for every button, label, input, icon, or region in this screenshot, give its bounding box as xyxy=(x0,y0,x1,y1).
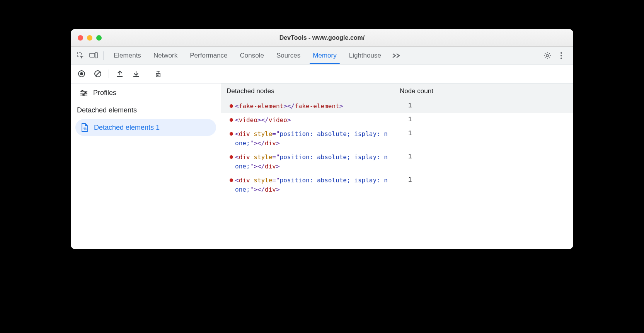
separator xyxy=(103,51,104,60)
devtools-window: DevTools - www.google.com/ ElementsNetwo… xyxy=(71,29,573,249)
settings-icon[interactable] xyxy=(542,50,553,61)
cell-node-count: 1 xyxy=(394,150,573,173)
sliders-icon xyxy=(80,90,88,97)
column-header-detached-nodes[interactable]: Detached nodes xyxy=(221,83,394,99)
record-icon[interactable] xyxy=(75,68,88,80)
cell-node-count: 1 xyxy=(394,127,573,150)
column-header-node-count[interactable]: Node count xyxy=(394,83,573,99)
cell-detached-node: <div style="position: absolute; isplay: … xyxy=(221,150,394,173)
main-toolbar-blank xyxy=(221,65,573,83)
svg-point-15 xyxy=(85,92,86,94)
table-row[interactable]: <div style="position: absolute; isplay: … xyxy=(221,150,573,173)
bullet-icon xyxy=(230,132,233,136)
svg-point-5 xyxy=(561,55,562,56)
tabbar: ElementsNetworkPerformanceConsoleSources… xyxy=(71,47,573,65)
cell-node-count: 1 xyxy=(394,173,573,197)
inspect-element-icon[interactable] xyxy=(75,50,86,61)
download-icon[interactable] xyxy=(130,68,142,80)
svg-point-13 xyxy=(82,90,83,92)
svg-point-17 xyxy=(83,94,84,96)
more-options-icon[interactable] xyxy=(555,50,567,61)
cell-node-count: 1 xyxy=(394,113,573,127)
table-row[interactable]: <div style="position: absolute; isplay: … xyxy=(221,127,573,150)
tab-network[interactable]: Network xyxy=(147,47,184,64)
sidebar: Profiles Detached elements % Detached el… xyxy=(71,65,221,249)
svg-point-8 xyxy=(80,72,83,75)
tab-memory[interactable]: Memory xyxy=(307,47,342,64)
close-window-button[interactable] xyxy=(78,35,83,41)
window-title: DevTools - www.google.com/ xyxy=(71,34,573,41)
svg-text:%: % xyxy=(83,127,87,131)
svg-rect-11 xyxy=(156,73,160,77)
cell-detached-node: <video></video> xyxy=(221,113,394,127)
main-panel: Detached nodes Node count <fake-element>… xyxy=(221,65,573,249)
collect-garbage-icon[interactable] xyxy=(152,68,164,80)
traffic-lights xyxy=(71,35,102,41)
more-tabs-button[interactable] xyxy=(389,53,404,59)
separator xyxy=(147,70,147,78)
svg-rect-2 xyxy=(95,53,97,58)
detached-elements-section-title: Detached elements xyxy=(71,102,221,117)
tab-elements[interactable]: Elements xyxy=(107,47,147,64)
profiles-label: Profiles xyxy=(93,89,116,97)
profiles-header: Profiles xyxy=(71,83,221,102)
cell-node-count: 1 xyxy=(394,99,573,113)
tab-console[interactable]: Console xyxy=(234,47,270,64)
clear-icon[interactable] xyxy=(92,68,104,80)
bullet-icon xyxy=(230,104,233,108)
maximize-window-button[interactable] xyxy=(96,35,102,41)
svg-line-10 xyxy=(96,72,100,76)
table-row[interactable]: <div style="position: absolute; isplay: … xyxy=(221,173,573,197)
bullet-icon xyxy=(230,178,233,182)
cell-detached-node: <div style="position: absolute; isplay: … xyxy=(221,173,394,197)
profile-item-detached-elements-1[interactable]: % Detached elements 1 xyxy=(75,119,216,136)
table-header: Detached nodes Node count xyxy=(221,83,573,99)
table-row[interactable]: <video></video>1 xyxy=(221,113,573,127)
body: Profiles Detached elements % Detached el… xyxy=(71,65,573,249)
table-body: <fake-element></fake-element>1<video></v… xyxy=(221,99,573,249)
document-icon: % xyxy=(81,123,89,132)
minimize-window-button[interactable] xyxy=(87,35,92,41)
svg-rect-1 xyxy=(90,53,95,57)
tab-lighthouse[interactable]: Lighthouse xyxy=(343,47,387,64)
svg-point-6 xyxy=(561,58,562,59)
cell-detached-node: <div style="position: absolute; isplay: … xyxy=(221,127,394,150)
sidebar-toolbar xyxy=(71,65,221,83)
table-row[interactable]: <fake-element></fake-element>1 xyxy=(221,99,573,113)
cell-detached-node: <fake-element></fake-element> xyxy=(221,99,394,113)
svg-point-4 xyxy=(561,52,562,54)
svg-point-3 xyxy=(546,54,549,57)
profile-item-label: Detached elements 1 xyxy=(94,124,160,132)
upload-icon[interactable] xyxy=(114,68,126,80)
bullet-icon xyxy=(230,118,233,122)
device-toolbar-icon[interactable] xyxy=(88,50,99,61)
titlebar: DevTools - www.google.com/ xyxy=(71,29,573,47)
tab-sources[interactable]: Sources xyxy=(270,47,307,64)
bullet-icon xyxy=(230,155,233,159)
tab-performance[interactable]: Performance xyxy=(184,47,233,64)
separator xyxy=(109,70,109,78)
